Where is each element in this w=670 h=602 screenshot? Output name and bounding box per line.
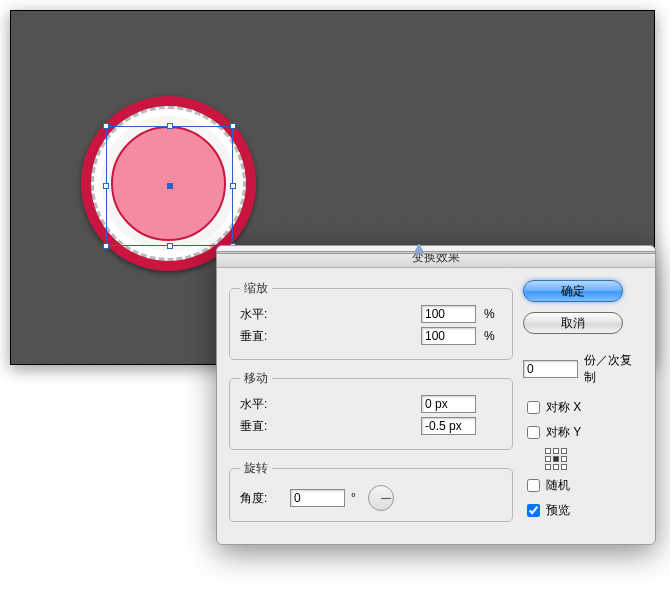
move-h-label: 水平: xyxy=(240,396,290,413)
move-h-input[interactable] xyxy=(421,395,476,413)
move-group: 移动 水平: 垂直: xyxy=(229,370,513,450)
reflect-y-row[interactable]: 对称 Y xyxy=(523,423,643,442)
reflect-x-checkbox[interactable] xyxy=(527,401,540,414)
selection-handle[interactable] xyxy=(230,123,236,129)
copies-input[interactable] xyxy=(523,360,578,378)
reflect-y-checkbox[interactable] xyxy=(527,426,540,439)
selection-handle[interactable] xyxy=(103,183,109,189)
reflect-x-label: 对称 X xyxy=(546,399,581,416)
angle-input[interactable] xyxy=(290,489,345,507)
selection-handle[interactable] xyxy=(230,183,236,189)
move-legend: 移动 xyxy=(240,370,272,387)
random-row[interactable]: 随机 xyxy=(523,476,643,495)
selection-handle[interactable] xyxy=(103,123,109,129)
selection-handle[interactable] xyxy=(103,243,109,249)
rotate-legend: 旋转 xyxy=(240,460,272,477)
cancel-button[interactable]: 取消 xyxy=(523,312,623,334)
random-label: 随机 xyxy=(546,477,570,494)
scale-legend: 缩放 xyxy=(240,280,272,297)
scale-h-label: 水平: xyxy=(240,306,290,323)
scale-v-unit: % xyxy=(484,329,502,343)
reference-point-picker[interactable] xyxy=(545,448,567,470)
scale-h-unit: % xyxy=(484,307,502,321)
copies-label: 份／次复制 xyxy=(584,352,643,386)
move-v-input[interactable] xyxy=(421,417,476,435)
reflect-y-label: 对称 Y xyxy=(546,424,581,441)
selection-handle[interactable] xyxy=(167,243,173,249)
rotate-group: 旋转 角度: ° xyxy=(229,460,513,522)
preview-row[interactable]: 预览 xyxy=(523,501,643,520)
scale-h-input[interactable] xyxy=(421,305,476,323)
selection-box[interactable] xyxy=(106,126,233,246)
scale-group: 缩放 水平: % 垂直: % xyxy=(229,280,513,360)
degree-symbol: ° xyxy=(351,491,356,505)
transform-effect-dialog: 变换效果 缩放 水平: % 垂直: % xyxy=(216,245,656,545)
preview-checkbox[interactable] xyxy=(527,504,540,517)
selection-center[interactable] xyxy=(167,183,173,189)
dialog-title: 变换效果 xyxy=(217,246,655,268)
reflect-x-row[interactable]: 对称 X xyxy=(523,398,643,417)
scale-v-label: 垂直: xyxy=(240,328,290,345)
random-checkbox[interactable] xyxy=(527,479,540,492)
ok-button[interactable]: 确定 xyxy=(523,280,623,302)
move-v-label: 垂直: xyxy=(240,418,290,435)
selection-handle[interactable] xyxy=(167,123,173,129)
scale-v-input[interactable] xyxy=(421,327,476,345)
angle-dial[interactable] xyxy=(368,485,394,511)
angle-label: 角度: xyxy=(240,490,290,507)
preview-label: 预览 xyxy=(546,502,570,519)
